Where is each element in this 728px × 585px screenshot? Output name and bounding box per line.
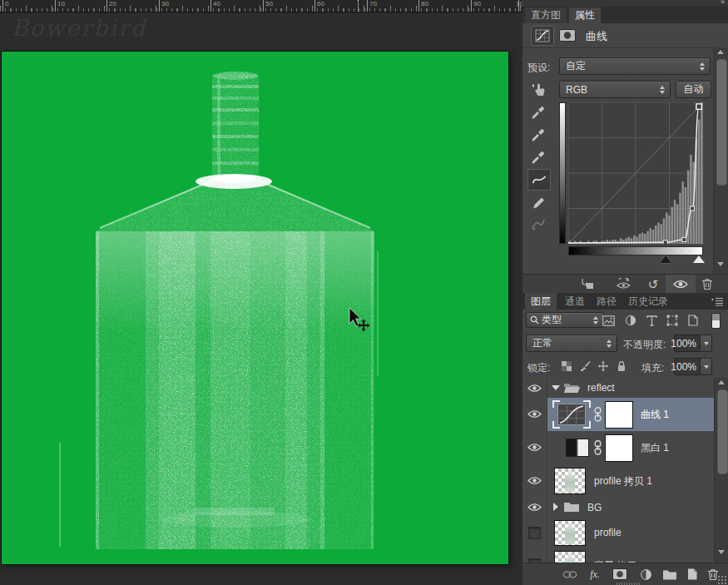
auto-button[interactable]: 自动	[676, 81, 711, 98]
layer-mask-thumbnail[interactable]	[605, 434, 633, 462]
curves-editor[interactable]	[568, 102, 703, 244]
lock-pixels-button[interactable]	[577, 359, 592, 373]
visibility-cell[interactable]	[522, 548, 547, 563]
gray-point-eyedropper[interactable]	[529, 126, 547, 144]
visibility-cell[interactable]	[522, 431, 547, 464]
tab-channels[interactable]: 通道	[559, 293, 591, 310]
layer-row-group-reflect[interactable]: reflect	[522, 378, 714, 399]
black-point-slider[interactable]	[660, 255, 671, 263]
delete-adjustment-button[interactable]	[700, 276, 715, 291]
reset-adjustment-button[interactable]: ↺	[646, 275, 661, 292]
filter-adjustment-layers-button[interactable]	[622, 314, 639, 327]
corner-resize-grip[interactable]	[717, 575, 727, 585]
tab-history[interactable]: 历史记录	[622, 293, 674, 310]
curves-grid-icon	[535, 29, 550, 42]
tab-paths[interactable]: 路径	[591, 293, 622, 310]
curves-adjustment-icon[interactable]	[531, 26, 554, 46]
layer-row-group-bg[interactable]: BG	[522, 498, 714, 518]
white-point-eyedropper[interactable]	[529, 148, 547, 166]
new-group-button[interactable]	[661, 568, 679, 581]
visibility-cell[interactable]	[522, 464, 547, 498]
fill-dropdown-button[interactable]	[701, 358, 712, 375]
edit-points-tool[interactable]	[527, 169, 551, 191]
layer-row-black-white-1[interactable]: 黑白 1	[522, 431, 714, 465]
eye-icon[interactable]	[527, 384, 542, 393]
visibility-empty-checkbox[interactable]	[528, 527, 541, 539]
white-point-slider[interactable]	[693, 255, 705, 263]
clip-to-layer-button[interactable]	[579, 277, 596, 290]
eye-icon[interactable]	[527, 409, 542, 419]
blend-mode-dropdown[interactable]: 正常	[526, 335, 617, 352]
lock-position-button[interactable]	[596, 359, 611, 373]
opacity-dropdown-button[interactable]	[701, 335, 712, 352]
layer-style-button[interactable]: fx.	[586, 567, 604, 582]
brush-icon	[579, 360, 591, 372]
curves-layer-thumbnail[interactable]	[557, 404, 586, 425]
new-layer-button[interactable]	[684, 567, 701, 582]
layer-row-profile[interactable]: profile	[522, 517, 714, 549]
mask-link-icon[interactable]	[594, 440, 602, 455]
layer-filtering-toggle[interactable]	[711, 313, 721, 329]
lock-all-button[interactable]	[614, 359, 629, 373]
view-previous-state-button[interactable]	[614, 277, 632, 290]
filter-pixel-layers-button[interactable]	[600, 314, 617, 327]
watermark-text: Bowerbird	[12, 15, 146, 41]
visibility-cell[interactable]	[522, 498, 547, 517]
black-point-eyedropper[interactable]	[529, 103, 547, 121]
black-white-layer-thumbnail[interactable]	[566, 439, 589, 457]
tab-properties[interactable]: 属性	[569, 7, 601, 23]
draw-curve-pencil-tool[interactable]	[529, 193, 547, 211]
input-sliders-lane	[568, 255, 703, 265]
ruler-minor-ticks	[0, 8, 522, 12]
visibility-cell[interactable]	[522, 398, 547, 431]
scrollbar-thumb[interactable]	[717, 389, 728, 474]
layer-row-background-copy[interactable]: 背景 拷贝	[522, 548, 714, 563]
filter-shape-layers-button[interactable]	[664, 314, 681, 327]
smooth-curve-tool[interactable]	[529, 215, 547, 233]
scroll-up-icon[interactable]	[718, 380, 725, 384]
properties-scrollbar[interactable]	[713, 47, 728, 273]
visibility-cell[interactable]	[522, 378, 547, 398]
new-adjustment-layer-button[interactable]	[637, 568, 654, 581]
scroll-up-icon[interactable]	[717, 50, 724, 54]
scroll-down-icon[interactable]	[718, 550, 725, 554]
fill-value[interactable]: 100%	[674, 358, 701, 375]
collapse-panels-icon[interactable]: »	[721, 0, 725, 6]
layer-thumbnail[interactable]	[554, 551, 586, 563]
channel-dropdown[interactable]: RGB	[559, 81, 671, 98]
mask-link-icon[interactable]	[594, 407, 602, 422]
layer-row-curves-1[interactable]: 曲线 1	[522, 398, 714, 432]
tab-layers[interactable]: 图层	[525, 293, 557, 310]
eye-icon[interactable]	[527, 443, 542, 452]
filter-smart-objects-button[interactable]	[685, 314, 701, 327]
preset-dropdown[interactable]: 自定	[559, 57, 711, 75]
layer-thumbnail[interactable]	[554, 520, 586, 546]
link-layers-button[interactable]	[561, 568, 579, 580]
layer-mask-thumbnail[interactable]	[605, 401, 633, 429]
group-expand-icon[interactable]	[552, 385, 560, 390]
scrollbar-thumb[interactable]	[716, 59, 727, 186]
mask-properties-icon[interactable]	[557, 27, 577, 43]
right-dock-panel: » 直方图 属性 曲线 预设: 自定	[522, 0, 728, 585]
targeted-adjustment-tool[interactable]	[527, 79, 551, 99]
artboard-green-canvas[interactable]	[2, 52, 508, 564]
layers-list: reflect	[522, 378, 728, 563]
eye-icon[interactable]	[527, 503, 542, 512]
filter-kind-dropdown[interactable]: 类型	[526, 312, 604, 328]
tab-histogram[interactable]: 直方图	[525, 7, 567, 23]
layer-thumbnail[interactable]	[554, 468, 586, 494]
opacity-value[interactable]: 100%	[674, 335, 701, 352]
layer-visibility-button[interactable]	[666, 275, 696, 293]
lock-transparency-button[interactable]	[559, 359, 574, 373]
add-layer-mask-button[interactable]	[611, 568, 629, 581]
layers-scrollbar[interactable]	[714, 378, 728, 563]
panel-menu-icon[interactable]	[710, 295, 725, 307]
visibility-cell[interactable]	[522, 517, 547, 548]
layer-row-profile-copy-1[interactable]: profile 拷贝 1	[522, 464, 714, 498]
group-collapsed-icon[interactable]	[553, 503, 558, 511]
filter-type-layers-button[interactable]	[643, 314, 660, 327]
ruler-label: 0	[5, 0, 8, 7]
scroll-down-icon[interactable]	[717, 262, 724, 266]
horizontal-ruler[interactable]: 0 10 20 30 40 50 60 70 80 90 10	[0, 0, 522, 12]
eye-icon[interactable]	[527, 476, 542, 485]
